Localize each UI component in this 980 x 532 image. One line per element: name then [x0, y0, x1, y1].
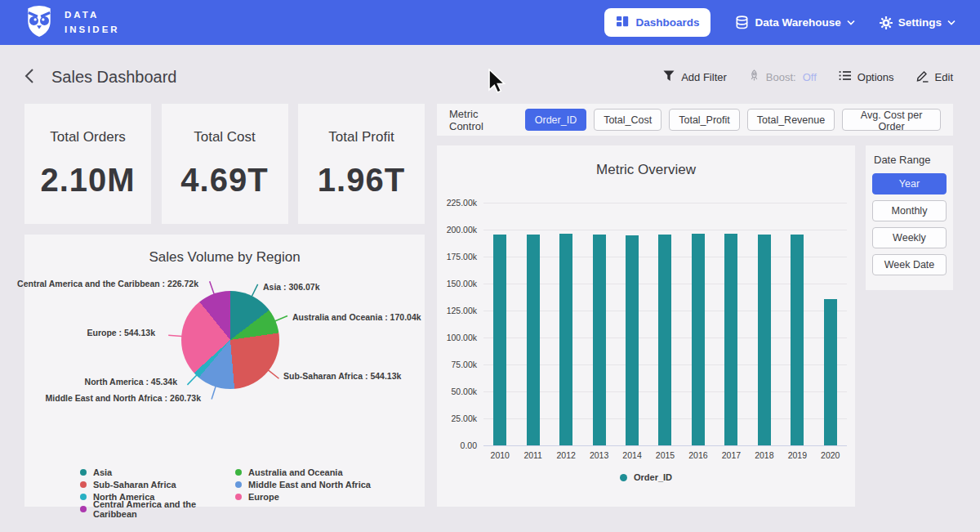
- pie-legend-item-sub-saharan-africa[interactable]: Sub-Saharan Africa: [80, 478, 235, 490]
- pie-chart-card: Sales Volume by Region Asia : 306.07kAus…: [24, 235, 425, 507]
- date-range-button-monthly[interactable]: Monthly: [872, 200, 947, 221]
- metric-button-total-revenue[interactable]: Total_Revenue: [747, 109, 835, 131]
- chevron-down-icon: [847, 20, 855, 25]
- pie-legend-item-asia[interactable]: Asia: [80, 466, 235, 478]
- data-warehouse-label: Data Warehouse: [755, 16, 840, 29]
- dashboards-label: Dashboards: [635, 16, 699, 29]
- bar-2011[interactable]: [527, 235, 540, 445]
- kpi-row: Total Orders 2.10M Total Cost 4.69T Tota…: [24, 104, 425, 224]
- bar-slot-2020: 2020: [814, 203, 847, 445]
- metric-button-order-id[interactable]: Order_ID: [525, 109, 586, 131]
- legend-dot: [80, 506, 87, 512]
- logo-text: DATA INSIDER: [65, 8, 120, 37]
- pie-chart[interactable]: [181, 291, 279, 389]
- y-axis-tick: 50.00k: [451, 387, 477, 396]
- date-range-label: Date Range: [874, 154, 947, 166]
- bar-slot-2012: 2012: [550, 203, 582, 445]
- back-chevron-icon: [24, 68, 34, 87]
- date-range-button-weekly[interactable]: Weekly: [872, 227, 947, 248]
- bar-2010[interactable]: [493, 235, 506, 445]
- dashboards-button[interactable]: Dashboards: [604, 8, 710, 37]
- owl-logo-icon: [24, 5, 54, 41]
- bar-2015[interactable]: [658, 235, 671, 445]
- pie-chart-area: Asia : 306.07kAustralia and Oceania : 17…: [24, 267, 425, 466]
- kpi-value: 4.69T: [180, 162, 268, 199]
- x-axis-tick: 2017: [715, 450, 747, 460]
- top-navbar: DATA INSIDER Dashboards Da: [0, 0, 980, 45]
- metric-button-total-cost[interactable]: Total_Cost: [594, 109, 662, 131]
- legend-dot: [80, 494, 87, 500]
- x-axis-tick: 2010: [483, 450, 516, 460]
- pie-legend: AsiaSub-Saharan AfricaNorth AmericaCentr…: [24, 466, 425, 515]
- y-axis-tick: 75.00k: [451, 360, 477, 369]
- gear-icon: [880, 16, 893, 29]
- x-axis-tick: 2012: [550, 450, 582, 460]
- x-axis-tick: 2019: [781, 450, 813, 460]
- boost-state: Off: [803, 71, 817, 83]
- edit-pencil-icon: [916, 69, 929, 85]
- logo[interactable]: DATA INSIDER: [24, 5, 120, 41]
- y-axis-tick: 0.00: [461, 440, 477, 450]
- metric-button-avg-cost-per-order[interactable]: Avg. Cost per Order: [842, 109, 941, 131]
- bar-slot-2010: 2010: [483, 203, 516, 445]
- page-header: Sales Dashboard Add Filter Boost:Off: [24, 60, 953, 93]
- data-warehouse-menu[interactable]: Data Warehouse: [735, 16, 854, 29]
- kpi-label: Total Orders: [50, 129, 126, 145]
- y-axis-tick: 200.00k: [447, 225, 477, 235]
- x-axis-tick: 2011: [516, 450, 549, 460]
- x-axis-tick: 2013: [582, 450, 615, 460]
- legend-dot: [235, 494, 242, 500]
- filter-funnel-icon: [663, 70, 675, 84]
- bar-2013[interactable]: [593, 235, 606, 445]
- database-icon: [735, 16, 749, 29]
- edit-button[interactable]: Edit: [916, 69, 953, 85]
- bar-chart-legend: Order_ID: [437, 472, 855, 482]
- pie-label-asia: Asia : 306.07k: [263, 282, 319, 292]
- bar-2018[interactable]: [758, 235, 771, 445]
- gridline: [483, 445, 847, 446]
- pie-legend-item-middle-east-and-north-africa[interactable]: Middle East and North Africa: [235, 478, 425, 490]
- bar-slot-2015: 2015: [648, 203, 681, 445]
- kpi-card-total-orders: Total Orders 2.10M: [24, 104, 151, 224]
- settings-menu[interactable]: Settings: [880, 16, 956, 29]
- pie-legend-item-europe[interactable]: Europe: [235, 490, 425, 503]
- bar-slot-2013: 2013: [582, 203, 615, 445]
- bar-2019[interactable]: [791, 235, 804, 445]
- bar-2020[interactable]: [824, 299, 837, 445]
- pie-label-europe: Europe : 544.13k: [87, 328, 155, 338]
- legend-dot: [80, 469, 87, 476]
- bar-2016[interactable]: [692, 234, 705, 445]
- x-axis-tick: 2015: [648, 450, 681, 460]
- kpi-value: 2.10M: [40, 162, 135, 199]
- dashboard-grid-icon: [616, 15, 629, 30]
- bar-slot-2016: 2016: [682, 203, 715, 445]
- back-button[interactable]: [24, 68, 34, 87]
- bar-slot-2017: 2017: [715, 203, 747, 445]
- boost-rocket-icon: [749, 69, 760, 84]
- metric-control-bar: Metric Control Order_IDTotal_CostTotal_P…: [437, 104, 953, 136]
- kpi-label: Total Cost: [194, 129, 256, 145]
- date-range-button-week-date[interactable]: Week Date: [872, 254, 947, 275]
- pie-label-sub-saharan-africa: Sub-Saharan Africa : 544.13k: [283, 371, 401, 381]
- metric-control-buttons: Order_IDTotal_CostTotal_ProfitTotal_Reve…: [525, 109, 941, 131]
- options-button[interactable]: Options: [839, 70, 894, 83]
- y-axis-tick: 225.00k: [447, 198, 477, 208]
- date-range-button-year[interactable]: Year: [872, 173, 947, 194]
- kpi-card-total-profit: Total Profit 1.96T: [298, 104, 425, 224]
- bar-2012[interactable]: [559, 234, 572, 445]
- bar-2017[interactable]: [724, 234, 737, 445]
- metric-button-total-profit[interactable]: Total_Profit: [669, 109, 740, 131]
- y-axis-tick: 150.00k: [447, 279, 477, 288]
- x-axis-tick: 2016: [682, 450, 715, 460]
- pie-label-central-america-and-the-caribbean: Central America and the Caribbean : 226.…: [17, 279, 198, 288]
- y-axis-tick: 175.00k: [447, 252, 477, 262]
- pie-legend-item-australia-and-oceania[interactable]: Australia and Oceania: [235, 466, 425, 478]
- pie-legend-item-central-america-and-the-caribbean[interactable]: Central America and the Caribbean: [80, 503, 235, 515]
- x-axis-tick: 2020: [814, 450, 847, 460]
- legend-dot: [235, 481, 242, 488]
- chevron-down-icon: [947, 20, 956, 25]
- date-range-card: Date Range YearMonthlyWeeklyWeek Date: [866, 145, 953, 290]
- bar-2014[interactable]: [626, 235, 639, 446]
- add-filter-button[interactable]: Add Filter: [663, 70, 727, 84]
- boost-toggle[interactable]: Boost:Off: [749, 69, 817, 84]
